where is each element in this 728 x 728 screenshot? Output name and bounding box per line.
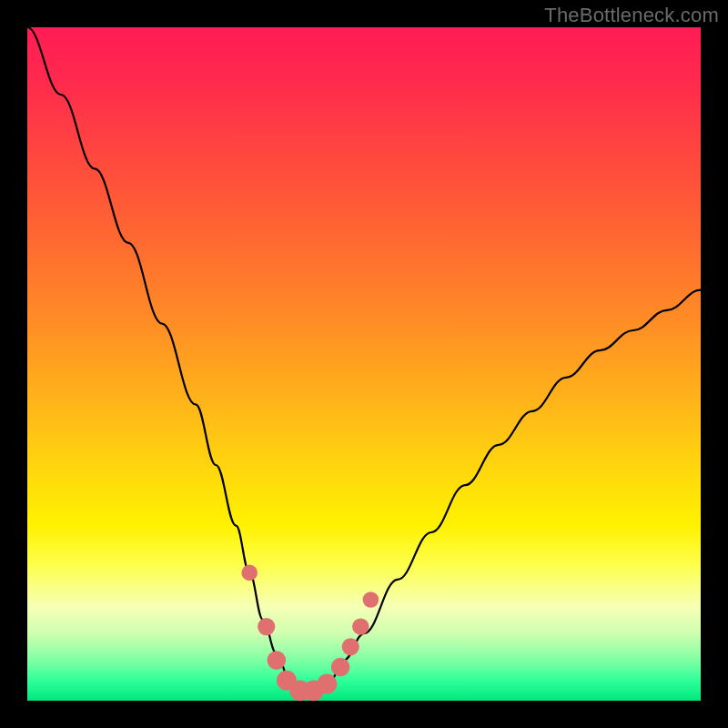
point-b	[258, 618, 275, 635]
point-a	[241, 565, 258, 581]
plot-area	[27, 27, 701, 701]
point-h	[331, 658, 350, 677]
markers-group	[241, 565, 379, 702]
bottleneck-curve	[27, 27, 701, 694]
point-i	[342, 638, 359, 655]
point-g	[317, 674, 337, 694]
point-c	[268, 651, 287, 670]
watermark-text: TheBottleneck.com	[544, 4, 719, 27]
point-k	[363, 592, 379, 608]
point-j	[352, 618, 369, 634]
curve-layer	[27, 27, 701, 701]
chart-frame: TheBottleneck.com	[0, 0, 728, 728]
